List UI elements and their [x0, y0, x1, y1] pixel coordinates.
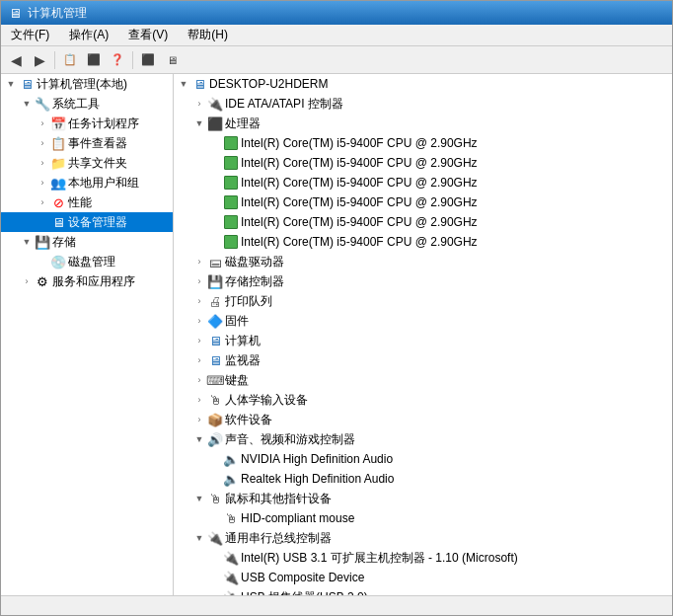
expand-icon: ▼	[193, 532, 205, 544]
printer-icon: 🖨	[207, 293, 223, 309]
expand-icon	[209, 177, 221, 189]
perf-icon: ⊘	[50, 194, 66, 210]
right-print-queue[interactable]: › 🖨 打印队列	[174, 291, 672, 311]
left-task-scheduler[interactable]: › 📅 任务计划程序	[1, 114, 173, 133]
right-monitor[interactable]: › 🖥 监视器	[174, 350, 672, 370]
left-item-label: 计算机管理(本地)	[37, 76, 127, 93]
expand-icon: ▼	[21, 98, 33, 110]
left-item-label: 系统工具	[52, 96, 100, 113]
right-item-label: 存储控制器	[225, 273, 284, 290]
expand-icon: ›	[193, 295, 205, 307]
usb-intel-icon: 🔌	[223, 550, 239, 566]
left-disk-mgmt[interactable]: 💿 磁盘管理	[1, 252, 173, 271]
right-item-label: 通用串行总线控制器	[225, 530, 332, 547]
desktop-icon: 🖥	[191, 76, 207, 92]
right-usb-intel[interactable]: 🔌 Intel(R) USB 3.1 可扩展主机控制器 - 1.10 (Micr…	[174, 548, 672, 568]
cpuchip-icon	[223, 155, 239, 171]
right-usb-hub[interactable]: 🔌 USB 根集线器(USB 3.0)	[174, 587, 672, 595]
realtek-audio-icon: 🔈	[223, 471, 239, 487]
right-item-label: Intel(R) Core(TM) i5-9400F CPU @ 2.90GHz	[241, 215, 478, 229]
right-sound[interactable]: ▼ 🔊 声音、视频和游戏控制器	[174, 429, 672, 449]
expand-icon: ›	[37, 117, 48, 129]
left-device-manager[interactable]: 🖥 设备管理器	[1, 212, 173, 232]
right-item-label: Realtek High Definition Audio	[241, 472, 394, 486]
right-cpu-chip-5[interactable]: Intel(R) Core(TM) i5-9400F CPU @ 2.90GHz	[174, 212, 672, 232]
right-item-label: Intel(R) Core(TM) i5-9400F CPU @ 2.90GHz	[241, 136, 478, 150]
right-hid-mouse[interactable]: 🖱 HID-compliant mouse	[174, 508, 672, 528]
usb-composite-icon: 🔌	[223, 570, 239, 585]
title-bar-title: 计算机管理	[28, 5, 87, 22]
toolbar-separator-2	[132, 51, 133, 69]
toolbar-btn-4[interactable]: ⬛	[83, 49, 105, 71]
right-cpu-chip-4[interactable]: Intel(R) Core(TM) i5-9400F CPU @ 2.90GHz	[174, 192, 672, 212]
expand-icon	[209, 512, 221, 524]
toolbar-btn-6[interactable]: ⬛	[137, 49, 159, 71]
services-icon: ⚙	[35, 273, 50, 289]
right-firmware[interactable]: › 🔷 固件	[174, 311, 672, 331]
hid-mouse-icon: 🖱	[223, 510, 239, 526]
menu-file[interactable]: 文件(F)	[5, 25, 55, 45]
expand-icon: ›	[37, 177, 48, 189]
expand-icon	[209, 137, 221, 149]
left-event-viewer[interactable]: › 📋 事件查看器	[1, 133, 173, 153]
menu-action[interactable]: 操作(A)	[63, 25, 114, 45]
expand-icon	[209, 196, 221, 208]
left-shared-folder[interactable]: › 📁 共享文件夹	[1, 153, 173, 173]
expand-icon: ▼	[21, 236, 33, 248]
right-item-label: 计算机	[225, 333, 261, 349]
right-usb-composite[interactable]: 🔌 USB Composite Device	[174, 568, 672, 587]
forward-button[interactable]: ▶	[29, 49, 50, 71]
right-cpu-chip-1[interactable]: Intel(R) Core(TM) i5-9400F CPU @ 2.90GHz	[174, 133, 672, 153]
right-root[interactable]: ▼ 🖥 DESKTOP-U2HDERM	[174, 74, 672, 94]
cpuchip-icon	[223, 175, 239, 191]
toolbar-btn-5[interactable]: ❓	[107, 49, 128, 71]
right-realtek-audio[interactable]: 🔈 Realtek High Definition Audio	[174, 469, 672, 489]
right-item-label: Intel(R) Core(TM) i5-9400F CPU @ 2.90GHz	[241, 235, 478, 249]
back-button[interactable]: ◀	[5, 49, 27, 71]
expand-icon	[209, 572, 221, 583]
right-cpu-chip-2[interactable]: Intel(R) Core(TM) i5-9400F CPU @ 2.90GHz	[174, 153, 672, 173]
expand-icon: ›	[193, 414, 205, 425]
left-performance[interactable]: › ⊘ 性能	[1, 192, 173, 212]
expand-icon: ›	[37, 196, 48, 208]
right-cpu-chip-6[interactable]: Intel(R) Core(TM) i5-9400F CPU @ 2.90GHz	[174, 232, 672, 252]
right-disk-drive[interactable]: › 🖴 磁盘驱动器	[174, 252, 672, 271]
left-system-tools[interactable]: ▼ 🔧 系统工具	[1, 94, 173, 114]
window: 🖥 计算机管理 文件(F) 操作(A) 查看(V) 帮助(H) ◀ ▶ 📋 ⬛ …	[0, 0, 673, 616]
left-item-label: 性能	[68, 194, 92, 211]
users-icon: 👥	[50, 175, 66, 191]
right-nvidia-audio[interactable]: 🔈 NVIDIA High Definition Audio	[174, 449, 672, 469]
left-tree-root[interactable]: ▼ 🖥 计算机管理(本地)	[1, 74, 173, 94]
left-item-label: 磁盘管理	[68, 254, 115, 270]
expand-icon: ›	[193, 335, 205, 346]
left-storage[interactable]: ▼ 💾 存储	[1, 232, 173, 252]
expand-icon: ›	[193, 315, 205, 327]
right-cpu[interactable]: ▼ ⬛ 处理器	[174, 114, 672, 133]
nvidia-audio-icon: 🔈	[223, 451, 239, 467]
left-services[interactable]: › ⚙ 服务和应用程序	[1, 271, 173, 291]
right-computer[interactable]: › 🖥 计算机	[174, 331, 672, 350]
right-hid[interactable]: › 🖱 人体学输入设备	[174, 390, 672, 410]
expand-icon: ▼	[178, 78, 189, 90]
right-storage-ctrl[interactable]: › 💾 存储控制器	[174, 271, 672, 291]
right-item-label: DESKTOP-U2HDERM	[209, 77, 328, 91]
right-cpu-chip-3[interactable]: Intel(R) Core(TM) i5-9400F CPU @ 2.90GHz	[174, 173, 672, 192]
right-keyboard[interactable]: › ⌨ 键盘	[174, 370, 672, 390]
menu-help[interactable]: 帮助(H)	[182, 25, 234, 45]
right-usb-ctrl[interactable]: ▼ 🔌 通用串行总线控制器	[174, 528, 672, 548]
menu-view[interactable]: 查看(V)	[122, 25, 174, 45]
right-mouse[interactable]: ▼ 🖱 鼠标和其他指针设备	[174, 489, 672, 508]
expand-icon: ›	[193, 275, 205, 287]
right-software-device[interactable]: › 📦 软件设备	[174, 410, 672, 429]
toolbar-btn-3[interactable]: 📋	[59, 49, 81, 71]
title-bar: 🖥 计算机管理	[1, 1, 672, 25]
task-icon: 📅	[50, 116, 66, 131]
left-pane: ▼ 🖥 计算机管理(本地) ▼ 🔧 系统工具 › 📅 任务计划程序 › 📋 事件…	[1, 74, 174, 595]
left-local-users[interactable]: › 👥 本地用户和组	[1, 173, 173, 192]
cpu-icon: ⬛	[207, 116, 223, 131]
ide-icon: 🔌	[207, 96, 223, 112]
right-item-label: IDE ATA/ATAPI 控制器	[225, 96, 343, 113]
toolbar-btn-7[interactable]: 🖥	[161, 49, 183, 71]
right-ide[interactable]: › 🔌 IDE ATA/ATAPI 控制器	[174, 94, 672, 114]
hid-icon: 🖱	[207, 392, 223, 408]
